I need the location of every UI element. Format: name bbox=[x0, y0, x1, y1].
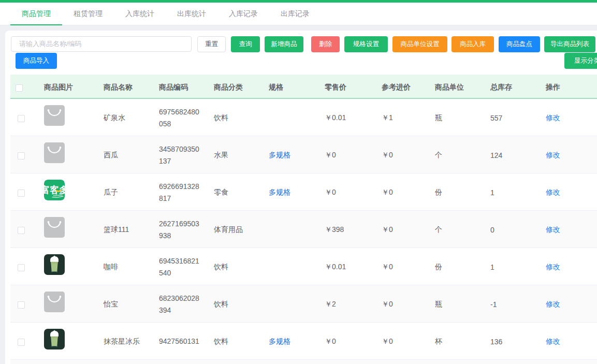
svg-text:45859590: 45859590 bbox=[53, 194, 63, 197]
